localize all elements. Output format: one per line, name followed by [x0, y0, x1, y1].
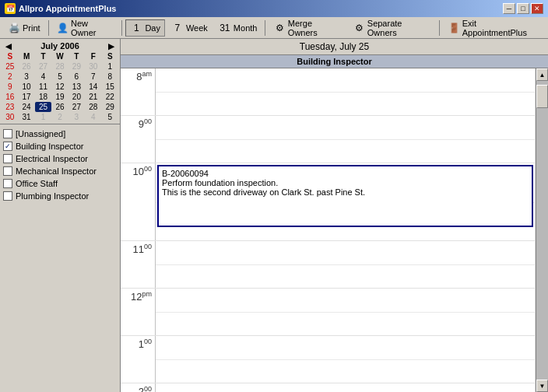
calendar-day[interactable]: 14 — [85, 82, 101, 92]
time-label: 900 — [121, 116, 156, 163]
half-hour-line — [156, 92, 535, 93]
cal-header-tue: T — [35, 51, 51, 61]
right-panel: Tuesday, July 25 Building Inspector 8am9… — [121, 39, 548, 392]
separate-icon: ⚙ — [353, 22, 364, 34]
week-icon: 7 — [171, 22, 184, 34]
title-bar: 📅 Allpro AppointmentPlus ─ □ ✕ — [0, 0, 548, 17]
calendar-day[interactable]: 7 — [85, 72, 101, 82]
time-cell[interactable] — [156, 116, 536, 163]
calendar-day[interactable]: 30 — [85, 61, 101, 72]
toolbar: 🖨️ Print 👤 New Owner 1 Day 7 Week 31 Mon… — [0, 17, 548, 39]
calendar-day[interactable]: 22 — [102, 92, 118, 102]
calendar-day[interactable]: 15 — [102, 82, 118, 92]
mini-calendar: ◀ July 2006 ▶ S M T W T F S 2 — [0, 39, 120, 124]
time-cell[interactable] — [156, 289, 536, 335]
calendar-day[interactable]: 19 — [51, 92, 68, 102]
calendar-day[interactable]: 2 — [2, 72, 18, 82]
calendar-day[interactable]: 30 — [2, 112, 18, 122]
calendar-day[interactable]: 10 — [18, 82, 34, 92]
separate-owners-button[interactable]: ⚙ Separate Owners — [348, 19, 436, 37]
resource-checkbox[interactable] — [3, 129, 12, 138]
cal-header-mon: M — [18, 51, 34, 61]
resource-item[interactable]: Office Staff — [2, 177, 118, 190]
calendar-day[interactable]: 31 — [18, 112, 34, 122]
calendar-day[interactable]: 29 — [102, 102, 118, 112]
calendar-next-button[interactable]: ▶ — [106, 42, 117, 51]
time-cell[interactable] — [156, 336, 536, 383]
calendar-day[interactable]: 3 — [68, 112, 85, 122]
scroll-up-button[interactable]: ▲ — [536, 68, 548, 81]
month-icon: 31 — [219, 22, 231, 34]
resource-checkbox[interactable] — [3, 154, 12, 163]
calendar-day[interactable]: 28 — [51, 61, 68, 72]
resource-item[interactable]: Electrical Inspector — [2, 152, 118, 165]
calendar-day[interactable]: 25 — [35, 102, 51, 112]
calendar-day[interactable]: 3 — [18, 72, 34, 82]
calendar-day[interactable]: 2 — [51, 112, 68, 122]
resource-label: Mechanical Inspector — [16, 166, 97, 176]
calendar-day[interactable]: 8 — [102, 72, 118, 82]
minimize-button[interactable]: ─ — [503, 3, 515, 14]
calendar-day[interactable]: 4 — [35, 72, 51, 82]
scroll-thumb[interactable] — [536, 85, 548, 108]
month-button[interactable]: 31 Month — [214, 19, 262, 37]
resource-item[interactable]: Plumbing Inspector — [2, 190, 118, 202]
merge-owners-button[interactable]: ⚙ Merge Owners — [269, 19, 346, 37]
calendar-day[interactable]: 21 — [85, 92, 101, 102]
resource-item[interactable]: Mechanical Inspector — [2, 165, 118, 177]
print-button[interactable]: 🖨️ Print — [3, 19, 45, 37]
maximize-button[interactable]: □ — [517, 3, 529, 14]
calendar-day[interactable]: 28 — [85, 102, 101, 112]
left-panel: ◀ July 2006 ▶ S M T W T F S 2 — [0, 39, 121, 392]
resource-item[interactable]: ✓Building Inspector — [2, 140, 118, 152]
exit-icon: 🚪 — [448, 22, 459, 34]
calendar-day[interactable]: 16 — [2, 92, 18, 102]
calendar-day[interactable]: 24 — [18, 102, 34, 112]
calendar-day[interactable]: 29 — [68, 61, 85, 72]
window-controls: ─ □ ✕ — [503, 3, 543, 14]
calendar-day[interactable]: 17 — [18, 92, 34, 102]
calendar-day[interactable]: 6 — [68, 72, 85, 82]
calendar-day[interactable]: 25 — [2, 61, 18, 72]
close-button[interactable]: ✕ — [531, 3, 543, 14]
schedule-scroll[interactable]: 8am9001000 B-20060094 Perform foundation… — [121, 68, 536, 392]
calendar-day[interactable]: 18 — [35, 92, 51, 102]
calendar-day[interactable]: 13 — [68, 82, 85, 92]
calendar-day[interactable]: 27 — [35, 61, 51, 72]
calendar-day[interactable]: 9 — [2, 82, 18, 92]
calendar-month-year: July 2006 — [40, 41, 79, 51]
time-row: 200 — [121, 383, 536, 392]
exit-button[interactable]: 🚪 Exit AppointmentPlus — [443, 19, 545, 37]
week-button[interactable]: 7 Week — [167, 19, 213, 37]
new-owner-button[interactable]: 👤 New Owner — [52, 19, 119, 37]
appointment[interactable]: B-20060094 Perform foundation inspection… — [157, 165, 533, 227]
calendar-day[interactable]: 1 — [102, 61, 118, 72]
calendar-day[interactable]: 4 — [85, 112, 101, 122]
calendar-day[interactable]: 27 — [68, 102, 85, 112]
day-button[interactable]: 1 Day — [125, 19, 165, 37]
calendar-day[interactable]: 11 — [35, 82, 51, 92]
resource-item[interactable]: [Unassigned] — [2, 128, 118, 140]
time-cell[interactable] — [156, 383, 536, 392]
print-icon: 🖨️ — [8, 22, 20, 34]
calendar-day[interactable]: 26 — [18, 61, 34, 72]
app-title: Allpro AppointmentPlus — [19, 4, 116, 13]
calendar-prev-button[interactable]: ◀ — [3, 42, 14, 51]
resource-checkbox[interactable] — [3, 179, 12, 188]
time-row: 8am — [121, 68, 536, 116]
time-label: 1100 — [121, 241, 156, 288]
resource-checkbox[interactable] — [3, 191, 12, 201]
calendar-day[interactable]: 5 — [102, 112, 118, 122]
calendar-day[interactable]: 12 — [51, 82, 68, 92]
calendar-day[interactable]: 5 — [51, 72, 68, 82]
resource-checkbox[interactable]: ✓ — [3, 142, 12, 151]
calendar-day[interactable]: 26 — [51, 102, 68, 112]
calendar-day[interactable]: 1 — [35, 112, 51, 122]
resource-checkbox[interactable] — [3, 166, 12, 176]
time-cell[interactable]: B-20060094 Perform foundation inspection… — [156, 163, 536, 240]
time-cell[interactable] — [156, 68, 536, 115]
calendar-day[interactable]: 23 — [2, 102, 18, 112]
time-cell[interactable] — [156, 241, 536, 288]
calendar-day[interactable]: 20 — [68, 92, 85, 102]
scroll-down-button[interactable]: ▼ — [536, 380, 548, 392]
